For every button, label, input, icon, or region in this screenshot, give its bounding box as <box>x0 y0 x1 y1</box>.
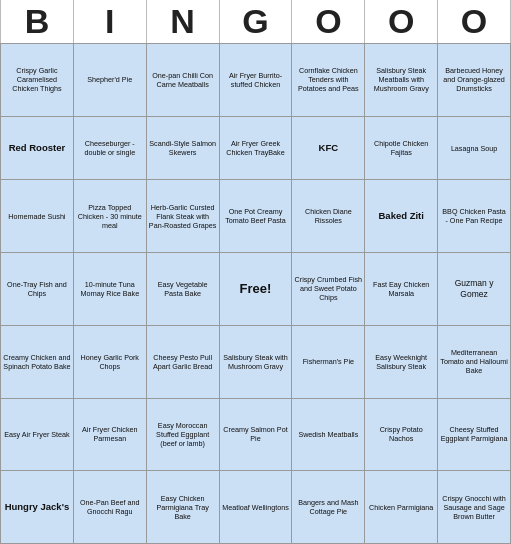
bingo-cell-r6-c6: Crispy Gnocchi with Sausage and Sage Bro… <box>438 471 511 544</box>
bingo-cell-r0-c2: One-pan Chilli Con Carne Meatballs <box>147 44 220 117</box>
bingo-cell-r5-c5: Crispy Potato Nachos <box>365 399 438 472</box>
bingo-cell-r4-c5: Easy Weeknight Salisbury Steak <box>365 326 438 399</box>
header-letter-N: N <box>146 0 219 43</box>
bingo-cell-r3-c6: Guzman y Gomez <box>438 253 511 326</box>
bingo-cell-r5-c3: Creamy Salmon Pot Pie <box>220 399 293 472</box>
bingo-cell-r5-c1: Air Fryer Chicken Parmesan <box>74 399 147 472</box>
bingo-cell-r1-c1: Cheeseburger - double or single <box>74 117 147 181</box>
bingo-grid: Crispy Garlic Caramelised Chicken Thighs… <box>0 43 511 544</box>
bingo-cell-r6-c1: One-Pan Beef and Gnocchi Ragu <box>74 471 147 544</box>
bingo-cell-r5-c2: Easy Moroccan Stuffed Eggplant (beef or … <box>147 399 220 472</box>
bingo-cell-r3-c2: Easy Vegetable Pasta Bake <box>147 253 220 326</box>
bingo-cell-r6-c5: Chicken Parmigiana <box>365 471 438 544</box>
bingo-cell-r6-c4: Bangers and Mash Cottage Pie <box>292 471 365 544</box>
bingo-cell-r6-c2: Easy Chicken Parmigiana Tray Bake <box>147 471 220 544</box>
bingo-cell-r4-c4: Fisherman's Pie <box>292 326 365 399</box>
header-letter-I: I <box>73 0 146 43</box>
bingo-cell-r2-c0: Homemade Sushi <box>1 180 74 253</box>
bingo-cell-r5-c6: Cheesy Stuffed Eggplant Parmigiana <box>438 399 511 472</box>
header-letter-G: G <box>219 0 292 43</box>
bingo-cell-r3-c5: Fast Eay Chicken Marsala <box>365 253 438 326</box>
bingo-cell-r1-c0: Red Rooster <box>1 117 74 181</box>
bingo-cell-r4-c2: Cheesy Pesto Pull Apart Garlic Bread <box>147 326 220 399</box>
bingo-cell-r1-c4: KFC <box>292 117 365 181</box>
bingo-cell-r3-c1: 10-minute Tuna Mornay Rice Bake <box>74 253 147 326</box>
bingo-cell-r2-c4: Chicken Diane Rissoles <box>292 180 365 253</box>
bingo-cell-r2-c1: Pizza Topped Chicken - 30 minute meal <box>74 180 147 253</box>
bingo-cell-r4-c0: Creamy Chicken and Spinach Potato Bake <box>1 326 74 399</box>
bingo-cell-r1-c2: Scandi-Style Salmon Skewers <box>147 117 220 181</box>
header-letter-B: B <box>0 0 73 43</box>
bingo-cell-r1-c6: Lasagna Soup <box>438 117 511 181</box>
bingo-cell-r2-c6: BBQ Chicken Pasta - One Pan Recipe <box>438 180 511 253</box>
bingo-cell-r0-c1: Shepher'd Pie <box>74 44 147 117</box>
bingo-cell-r4-c6: Mediterranean Tomato and Halloumi Bake <box>438 326 511 399</box>
bingo-header-row: BINGOOO <box>0 0 511 43</box>
header-letter-O: O <box>291 0 364 43</box>
bingo-cell-r2-c5: Baked Ziti <box>365 180 438 253</box>
bingo-cell-r2-c2: Herb-Garlic Cursted Flank Steak with Pan… <box>147 180 220 253</box>
bingo-cell-r6-c0: Hungry Jack's <box>1 471 74 544</box>
bingo-cell-r3-c4: Crispy Crumbed Fish and Sweet Potato Chi… <box>292 253 365 326</box>
bingo-cell-r5-c4: Swedish Meatballs <box>292 399 365 472</box>
bingo-cell-r1-c3: Air Fryer Greek Chicken TrayBake <box>220 117 293 181</box>
bingo-cell-r4-c3: Salisbury Steak with Mushroom Gravy <box>220 326 293 399</box>
bingo-cell-r0-c6: Barbecued Honey and Orange-glazed Drumst… <box>438 44 511 117</box>
bingo-cell-r2-c3: One Pot Creamy Tomato Beef Pasta <box>220 180 293 253</box>
bingo-cell-r6-c3: Meatloaf Wellingtons <box>220 471 293 544</box>
bingo-cell-r3-c3: Free! <box>220 253 293 326</box>
bingo-cell-r1-c5: Chipotle Chicken Fajitas <box>365 117 438 181</box>
bingo-cell-r5-c0: Easy Air Fryer Steak <box>1 399 74 472</box>
bingo-cell-r0-c3: Air Fryer Burrito-stuffed Chicken <box>220 44 293 117</box>
bingo-cell-r0-c4: Cornflake Chicken Tenders with Potatoes … <box>292 44 365 117</box>
bingo-cell-r0-c5: Salisbury Steak Meatballs with Mushroom … <box>365 44 438 117</box>
header-letter-O: O <box>437 0 511 43</box>
bingo-cell-r4-c1: Honey Garlic Pork Chops <box>74 326 147 399</box>
header-letter-O: O <box>364 0 437 43</box>
bingo-cell-r3-c0: One-Tray Fish and Chips <box>1 253 74 326</box>
bingo-cell-r0-c0: Crispy Garlic Caramelised Chicken Thighs <box>1 44 74 117</box>
